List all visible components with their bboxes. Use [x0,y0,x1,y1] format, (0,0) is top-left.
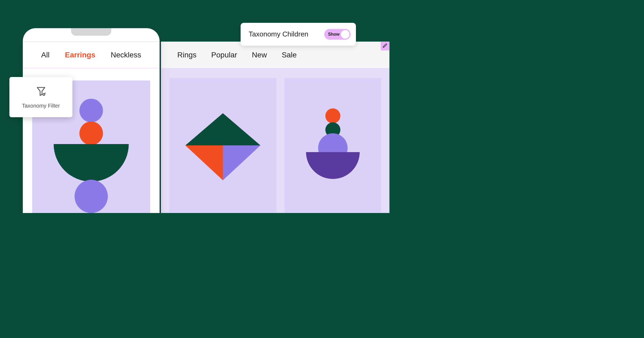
toggle-knob [341,30,349,39]
mobile-notch [71,28,111,36]
svg-point-4 [325,108,340,123]
toggle-label: Show [328,32,340,37]
product-shape-stack [298,105,368,186]
svg-marker-3 [223,145,260,180]
show-toggle[interactable]: Show [324,29,351,40]
product-card[interactable] [285,78,381,213]
svg-point-7 [79,99,103,122]
nav-item-new[interactable]: New [252,51,267,59]
edit-button[interactable] [381,42,389,50]
svg-point-9 [75,180,108,213]
filter-icon [35,86,47,98]
desktop-preview: Rings Popular New Sale [161,42,389,213]
product-grid [169,78,381,213]
svg-marker-2 [185,145,223,180]
svg-marker-0 [223,113,260,145]
taxonomy-children-popover: Taxonomy Children Show [241,23,356,46]
product-card[interactable] [169,78,277,213]
mobile-nav-neckless[interactable]: Neckless [111,51,141,59]
desktop-nav-bar: Rings Popular New Sale [161,42,389,68]
mobile-preview: All Earrings Neckless [23,28,160,213]
nav-item-rings[interactable]: Rings [177,51,197,59]
nav-item-sale[interactable]: Sale [282,51,297,59]
pencil-icon [383,43,387,49]
svg-point-8 [79,122,103,145]
mobile-nav-earrings[interactable]: Earrings [65,51,95,59]
mobile-nav-bar: All Earrings Neckless [23,42,160,68]
filter-label: Taxonomy Filter [22,103,60,109]
nav-item-popular[interactable]: Popular [211,51,237,59]
mobile-nav-all[interactable]: All [41,51,50,59]
taxonomy-children-label: Taxonomy Children [249,30,308,38]
svg-marker-10 [37,87,45,95]
product-shape-diamond [180,102,266,188]
svg-marker-1 [185,113,223,145]
taxonomy-filter-card[interactable]: Taxonomy Filter [9,77,72,117]
